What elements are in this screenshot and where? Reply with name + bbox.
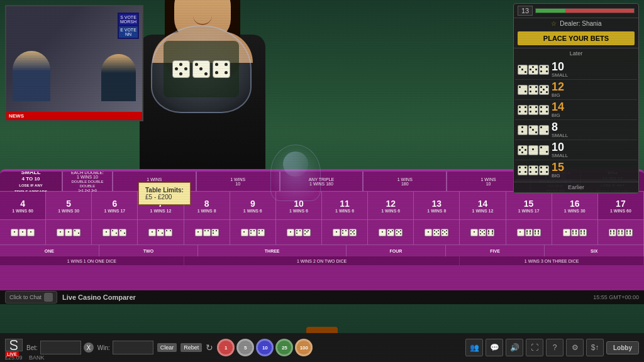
dice-dome	[151, 25, 252, 113]
chip-1[interactable]: 1	[217, 339, 235, 356]
chip-25[interactable]: 25	[275, 339, 293, 356]
rebet-button[interactable]: Rebet	[180, 343, 202, 352]
number-cell-4[interactable]: 41 WINS 60	[0, 192, 46, 219]
chat-icon[interactable]: 💬	[486, 339, 503, 356]
chip-100[interactable]: 100	[295, 339, 313, 356]
dice-3	[213, 60, 230, 78]
star-icon: ☆	[551, 20, 557, 27]
two-label: TWO	[99, 245, 199, 256]
one-label: ONE	[0, 245, 99, 256]
dice-cell-10[interactable]	[276, 220, 322, 244]
dice-cell-7[interactable]	[138, 220, 184, 244]
dice-cell-5[interactable]	[46, 220, 92, 244]
bet-number-5: 10	[552, 141, 568, 153]
bet-number-4: 8	[552, 121, 568, 133]
refresh-icon[interactable]: ↻	[206, 343, 213, 353]
x-button[interactable]: X	[84, 343, 94, 353]
list-item: 10 SMALL	[515, 60, 637, 80]
dice-cell-14[interactable]	[460, 220, 506, 244]
number-cell-17[interactable]: 171 WINS 60	[598, 192, 644, 219]
toolbar-icons: 👥 💬 🔊 ⛶ ? ⚙ $↑ Lobby	[465, 339, 639, 356]
help-icon[interactable]: ?	[546, 339, 564, 356]
timer-bar: 13	[514, 4, 638, 18]
click-to-chat-label: Click to Chat	[9, 294, 42, 300]
people-icon[interactable]: 👥	[465, 339, 483, 356]
bet-size-2: BIG	[552, 92, 564, 98]
small-section[interactable]: SMALL4 TO 10LOSE IF ANYTRIPLE APPEARS	[0, 172, 63, 191]
each-double-section-1[interactable]: EACH DOUBLE:1 WINS 10DOUBLE DOUBLE DOUBL…	[63, 172, 113, 191]
number-cell-6[interactable]: 61 WINS 17	[92, 192, 138, 219]
place-bets-button[interactable]: PLACE YOUR BETS	[518, 31, 635, 45]
dollar-icon[interactable]: $↑	[586, 339, 604, 356]
dice-cell-4[interactable]	[0, 220, 46, 244]
bet-number-1: 10	[552, 61, 568, 72]
game-area: S VOTEMORSH E VOTENN NEWS TRY TO TAKE KE…	[0, 0, 644, 333]
dice-mini	[518, 105, 549, 115]
tv-person2	[101, 54, 136, 101]
settings-icon[interactable]: ⚙	[566, 339, 584, 356]
dice-cell-6[interactable]	[92, 220, 138, 244]
click-to-chat-button[interactable]: Click to Chat	[5, 291, 57, 304]
number-cell-15[interactable]: 151 WINS 17	[506, 192, 552, 219]
table-limits: Table Limits: £5 - £200	[138, 182, 191, 205]
dice-cell-9[interactable]	[230, 220, 276, 244]
bottom-toolbar: LIVE Bet: X Win: Clear Rebet ↻ 1 5 10 25…	[0, 333, 644, 362]
site-name: Live Casino Comparer	[62, 293, 136, 301]
later-label: Later	[514, 48, 638, 58]
timer-number: 13	[518, 6, 533, 16]
tv-overlay: S VOTEMORSH E VOTENN NEWS TRY TO TAKE KE…	[5, 5, 143, 121]
timer-progress	[535, 8, 635, 13]
dice-cell-11[interactable]	[322, 220, 368, 244]
wins-row: 1 WINS 1 ON ONE DICE 1 WINS 2 ON TWO DIC…	[0, 256, 644, 265]
wins-three-dice: 1 WINS 3 ON THREE DICE	[460, 256, 644, 265]
chip-10[interactable]: 10	[256, 339, 274, 356]
list-item: 8 SMALL	[515, 120, 637, 140]
dice-cell-13[interactable]	[414, 220, 460, 244]
number-cell-8[interactable]: 81 WINS 8	[184, 192, 230, 219]
list-item: 15 BIG	[515, 160, 637, 180]
number-cell-9[interactable]: 91 WINS 6	[230, 192, 276, 219]
win-input[interactable]	[113, 341, 153, 354]
info-bar: Click to Chat Live Casino Comparer 15:55…	[0, 290, 644, 304]
dice-mini	[518, 85, 549, 95]
fullscreen-icon[interactable]: ⛶	[526, 339, 543, 356]
bet-size-1: SMALL	[552, 72, 568, 78]
list-item: 14 BIG	[515, 100, 637, 120]
number-cells-row: 41 WINS 60 51 WINS 30 61 WINS 17 71 WINS…	[0, 192, 644, 220]
right-panel: 13 ☆ Dealer: Shania PLACE YOUR BETS Late…	[513, 3, 639, 194]
time-display: 15:55 GMT+00:00	[593, 294, 639, 300]
wins-section-3[interactable]: 1 WINS180	[364, 172, 447, 191]
chip-5[interactable]: 5	[236, 339, 254, 356]
dice-mini	[518, 125, 549, 135]
number-cell-16[interactable]: 161 WINS 30	[552, 192, 598, 219]
dice-mini	[518, 165, 549, 175]
dealer-name: Dealer: Shania	[560, 20, 601, 27]
dice-cell-15[interactable]	[506, 220, 552, 244]
volume-icon[interactable]: 🔊	[506, 339, 523, 356]
six-label: SIX	[545, 245, 644, 256]
wins-one-dice: 1 WINS 1 ON ONE DICE	[0, 256, 184, 265]
number-cell-5[interactable]: 51 WINS 30	[46, 192, 92, 219]
dice-cell-8[interactable]	[184, 220, 230, 244]
news-channel: NEWS	[9, 113, 24, 119]
dice-cell-16[interactable]	[552, 220, 598, 244]
number-cell-11[interactable]: 111 WINS 6	[322, 192, 368, 219]
wins-section-2[interactable]: 1 WINS10	[197, 172, 280, 191]
tv-news-bar: NEWS	[6, 112, 142, 120]
win-label: Win:	[97, 344, 110, 351]
bet-size-6: BIG	[552, 173, 564, 178]
tv-vote-text: S VOTEMORSH E VOTENN	[118, 13, 139, 39]
number-cell-13[interactable]: 131 WINS 8	[414, 192, 460, 219]
number-cell-12[interactable]: 121 WINS 6	[368, 192, 414, 219]
lobby-button[interactable]: Lobby	[606, 341, 639, 354]
chip-tokens: 1 5 10 25 100	[217, 339, 313, 356]
bet-area: Bet: X	[26, 341, 94, 354]
win-area: Win:	[97, 341, 153, 354]
dice-cell-17[interactable]	[598, 220, 644, 244]
five-label: FIVE	[446, 245, 545, 256]
dice-cell-12[interactable]	[368, 220, 414, 244]
clear-button[interactable]: Clear	[157, 343, 177, 352]
dealer-info: ☆ Dealer: Shania	[514, 18, 638, 29]
bet-input[interactable]	[40, 341, 81, 354]
number-cell-14[interactable]: 141 WINS 12	[460, 192, 506, 219]
